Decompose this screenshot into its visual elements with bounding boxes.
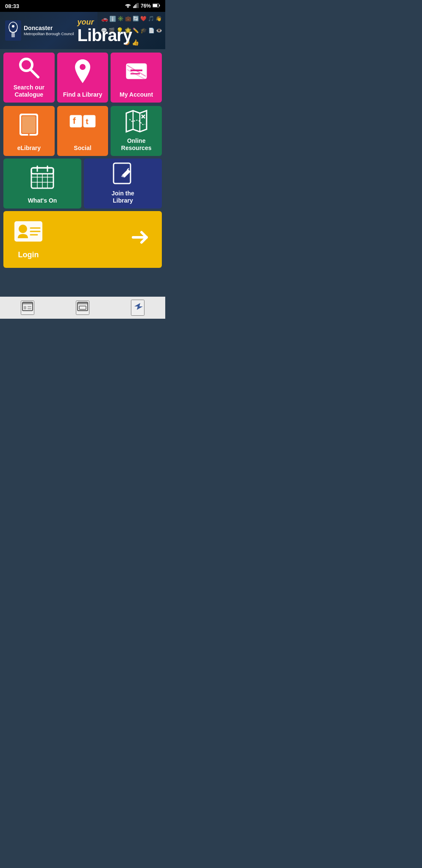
tablet-icon <box>15 106 42 143</box>
login-row: Login <box>0 211 165 271</box>
tile-row-2: eLibrary f t Social <box>0 106 165 156</box>
find-library-tile[interactable]: Find a Library <box>57 53 108 103</box>
org-name-text: Doncaster Metropolitan Borough Council <box>24 24 74 37</box>
elibrary-tile[interactable]: eLibrary <box>3 106 55 156</box>
svg-rect-32 <box>31 168 53 174</box>
social-label: Social <box>72 145 93 152</box>
spacer <box>0 271 165 288</box>
svg-rect-1 <box>134 5 135 8</box>
my-account-label: My Account <box>118 91 155 98</box>
svg-rect-54 <box>78 302 88 304</box>
search-catalogue-tile[interactable]: Search ourCatalogue <box>3 53 55 103</box>
svg-rect-6 <box>159 5 160 6</box>
card-icon <box>123 53 150 89</box>
banner-icon-7: 🎵 <box>148 16 154 22</box>
crest-icon <box>5 20 21 41</box>
banner-icon-8: 👋 <box>155 16 162 22</box>
svg-point-44 <box>19 225 27 233</box>
banner-icon-18: 👍 <box>132 39 139 46</box>
svg-rect-50 <box>24 306 26 309</box>
svg-rect-8 <box>5 20 21 41</box>
header-banner: Doncaster Metropolitan Borough Council y… <box>0 12 165 49</box>
time-display: 08:33 <box>5 3 19 9</box>
svg-rect-21 <box>22 116 36 133</box>
map-icon <box>123 106 150 136</box>
svg-line-13 <box>31 70 38 77</box>
online-resources-label: OnlineResources <box>119 137 153 152</box>
nav-btn-back[interactable] <box>131 300 144 316</box>
svg-rect-52 <box>28 308 31 309</box>
battery-label: 76% <box>141 3 151 9</box>
id-card-icon <box>14 220 43 249</box>
edit-icon <box>109 159 136 188</box>
battery-icon <box>153 3 160 9</box>
status-bar: 08:33 76% <box>0 0 165 12</box>
svg-rect-55 <box>79 306 86 309</box>
svg-point-10 <box>12 25 14 28</box>
svg-rect-0 <box>133 6 134 8</box>
svg-rect-11 <box>11 33 15 37</box>
nav-btn-2[interactable] <box>76 300 89 315</box>
svg-point-14 <box>80 64 86 70</box>
svg-text:t: t <box>86 117 89 126</box>
svg-rect-4 <box>138 3 139 8</box>
svg-rect-51 <box>28 306 31 307</box>
svg-point-22 <box>28 134 30 136</box>
location-pin-icon <box>69 53 96 89</box>
org-logo: Doncaster Metropolitan Borough Council <box>0 20 74 41</box>
find-library-label: Find a Library <box>61 91 104 98</box>
banner-icon-6: ❤️ <box>140 16 147 22</box>
login-arrow-icon <box>128 225 152 254</box>
library-branding: your Library <box>74 18 132 44</box>
tile-row-1: Search ourCatalogue Find a Library My Ac… <box>0 49 165 106</box>
svg-text:f: f <box>73 116 76 125</box>
svg-rect-23 <box>70 115 82 127</box>
login-left-section: Login <box>14 220 43 259</box>
bottom-nav <box>0 297 165 319</box>
online-resources-tile[interactable]: OnlineResources <box>111 106 162 156</box>
nav-btn-1[interactable] <box>21 300 34 315</box>
login-tile[interactable]: Login <box>3 211 162 268</box>
join-library-label: Join theLibrary <box>110 190 136 204</box>
join-library-tile[interactable]: Join theLibrary <box>84 159 162 209</box>
calendar-icon <box>29 159 56 195</box>
svg-rect-25 <box>83 115 96 127</box>
banner-icon-13: ✏️ <box>133 28 139 33</box>
search-catalogue-label: Search ourCatalogue <box>12 84 46 98</box>
social-tile[interactable]: f t Social <box>57 106 108 156</box>
tile-row-3: What's On Join theLibrary <box>0 159 165 211</box>
status-icons: 76% <box>125 3 160 9</box>
svg-rect-7 <box>153 4 157 7</box>
svg-rect-3 <box>136 3 137 8</box>
banner-icon-5: 🔄 <box>133 16 139 22</box>
search-icon <box>15 53 42 82</box>
login-label: Login <box>18 250 39 259</box>
banner-icon-16: 👁️ <box>156 28 162 33</box>
banner-icon-15: 📄 <box>148 28 155 33</box>
svg-rect-49 <box>22 302 33 304</box>
whats-on-label: What's On <box>26 197 59 204</box>
banner-icon-14: 🎓 <box>140 27 147 33</box>
social-icon: f t <box>69 106 96 143</box>
whats-on-tile[interactable]: What's On <box>3 159 81 209</box>
signal-icon <box>133 3 139 9</box>
elibrary-label: eLibrary <box>16 145 42 152</box>
svg-rect-2 <box>136 4 136 8</box>
wifi-icon <box>125 3 131 9</box>
my-account-tile[interactable]: My Account <box>111 53 162 103</box>
